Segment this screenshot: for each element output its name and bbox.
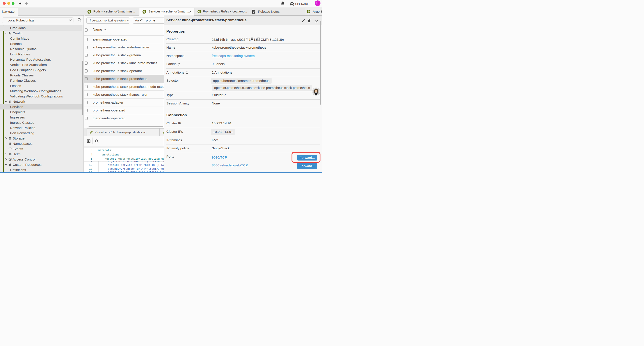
svg-text:HELM: HELM [9, 154, 12, 155]
